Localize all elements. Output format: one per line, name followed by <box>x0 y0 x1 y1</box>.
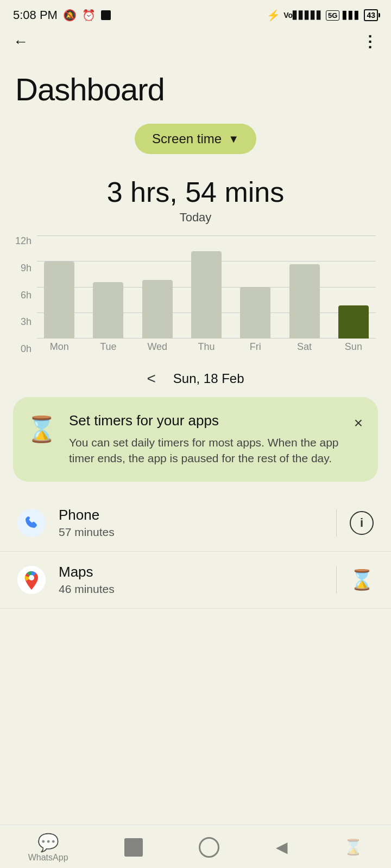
maps-timer-button[interactable]: ⌛ <box>348 566 376 594</box>
nav-home[interactable] <box>124 838 143 857</box>
day-label-thu: Thu <box>184 341 229 353</box>
nav-whatsapp[interactable]: 💬 WhatsApp <box>28 832 68 863</box>
bar-sun-rect <box>338 305 369 339</box>
screen-time-dropdown[interactable]: Screen time ▼ <box>135 124 256 154</box>
total-time-label: Today <box>0 210 391 235</box>
signal2-icon: ▋▋▋ <box>343 11 361 20</box>
total-time-value: 3 hrs, 54 mins <box>0 165 391 210</box>
bars-container <box>37 235 376 339</box>
dropdown-row: Screen time ▼ <box>0 118 391 165</box>
bar-mon <box>37 235 81 339</box>
bar-sun <box>331 235 376 339</box>
top-bar: ← ⋮ <box>0 28 391 55</box>
status-right-icons: ⚡ Vo▋▋▋▋▋ 5G ▋▋▋ 43 <box>267 9 378 22</box>
svg-point-2 <box>29 575 34 580</box>
bar-thu <box>184 235 229 339</box>
bluetooth-icon: ⚡ <box>267 9 280 22</box>
date-navigation: < Sun, 18 Feb <box>0 355 391 397</box>
y-label-6h: 6h <box>21 290 31 301</box>
whatsapp-icon: 💬 <box>37 832 59 853</box>
day-label-mon: Mon <box>37 341 81 353</box>
maps-app-icon <box>15 564 48 596</box>
page-title: Dashboard <box>0 55 391 118</box>
y-label-3h: 3h <box>21 316 31 328</box>
bar-day-labels: Mon Tue Wed Thu Fri Sat Sun <box>37 339 376 355</box>
5g-icon: 5G <box>326 10 339 21</box>
timer-card-title: Set timers for your apps <box>69 412 342 429</box>
day-label-fri: Fri <box>233 341 278 353</box>
phone-app-info: Phone 57 minutes <box>59 507 325 539</box>
app-list: Phone 57 minutes i Maps 46 minutes ⌛ <box>0 495 391 609</box>
alarm-icon: ⏰ <box>82 9 96 22</box>
maps-icon <box>17 566 46 594</box>
timer-card-text: Set timers for your apps You can set dai… <box>69 412 342 467</box>
phone-divider <box>336 509 337 537</box>
status-time-area: 5:08 PM 🔕 ⏰ <box>13 8 111 22</box>
more-menu-button[interactable]: ⋮ <box>362 33 378 50</box>
app-item-maps: Maps 46 minutes ⌛ <box>0 552 391 609</box>
timer-card-close-button[interactable]: × <box>354 414 363 432</box>
chart-area: Mon Tue Wed Thu Fri Sat Sun <box>37 235 376 355</box>
home-square-icon <box>124 838 143 857</box>
info-circle-icon[interactable]: i <box>350 511 374 535</box>
nav-back[interactable]: ◀ <box>276 838 288 856</box>
signal-icons: Vo▋▋▋▋▋ <box>283 11 323 20</box>
maps-app-name: Maps <box>59 564 325 580</box>
back-triangle-icon: ◀ <box>276 838 288 856</box>
bar-tue <box>86 235 130 339</box>
back-button[interactable]: ← <box>13 33 28 50</box>
maps-divider <box>336 566 337 593</box>
maps-app-info: Maps 46 minutes <box>59 564 325 596</box>
maps-hourglass-icon: ⌛ <box>350 569 374 591</box>
chevron-down-icon: ▼ <box>228 133 239 145</box>
bar-fri <box>233 235 278 339</box>
phone-app-icon <box>15 507 48 539</box>
bar-chart: 12h 9h 6h 3h 0h <box>0 235 391 355</box>
battery-display: 43 <box>364 9 378 21</box>
nav-camera[interactable] <box>199 837 219 858</box>
square-icon <box>101 10 111 20</box>
current-date-label: Sun, 18 Feb <box>173 371 244 386</box>
app-item-phone: Phone 57 minutes i <box>0 495 391 552</box>
y-label-12h: 12h <box>15 235 31 247</box>
bar-wed <box>135 235 180 339</box>
nav-timer[interactable]: ⌛ <box>344 838 363 856</box>
screen-time-label: Screen time <box>152 131 222 146</box>
bar-tue-rect <box>93 282 123 339</box>
day-label-sat: Sat <box>282 341 326 353</box>
bar-wed-rect <box>142 280 173 339</box>
camera-circle-icon <box>199 837 219 858</box>
day-label-tue: Tue <box>86 341 130 353</box>
y-label-9h: 9h <box>21 263 31 274</box>
bar-fri-rect <box>240 287 270 339</box>
bar-mon-rect <box>44 261 74 339</box>
nav-hourglass-icon: ⌛ <box>344 838 363 856</box>
phone-app-time: 57 minutes <box>59 526 325 539</box>
phone-info-button[interactable]: i <box>348 509 376 537</box>
prev-date-button[interactable]: < <box>147 370 155 387</box>
phone-app-name: Phone <box>59 507 325 524</box>
maps-app-time: 46 minutes <box>59 583 325 596</box>
mute-icon: 🔕 <box>63 9 77 22</box>
status-time: 5:08 PM <box>13 8 58 22</box>
bar-sat-rect <box>289 264 320 339</box>
bar-sat <box>282 235 326 339</box>
timer-promo-card: ⌛ Set timers for your apps You can set d… <box>13 397 378 482</box>
y-label-0h: 0h <box>21 343 31 355</box>
day-label-wed: Wed <box>135 341 180 353</box>
day-label-sun: Sun <box>331 341 376 353</box>
status-bar: 5:08 PM 🔕 ⏰ ⚡ Vo▋▋▋▋▋ 5G ▋▋▋ 43 <box>0 0 391 28</box>
chart-y-axis: 12h 9h 6h 3h 0h <box>15 235 37 355</box>
bar-thu-rect <box>191 251 222 339</box>
phone-icon <box>17 509 46 537</box>
nav-whatsapp-label: WhatsApp <box>28 853 68 863</box>
bottom-navigation: 💬 WhatsApp ◀ ⌛ <box>0 825 391 868</box>
timer-card-description: You can set daily timers for most apps. … <box>69 435 342 467</box>
hourglass-icon: ⌛ <box>26 414 57 444</box>
